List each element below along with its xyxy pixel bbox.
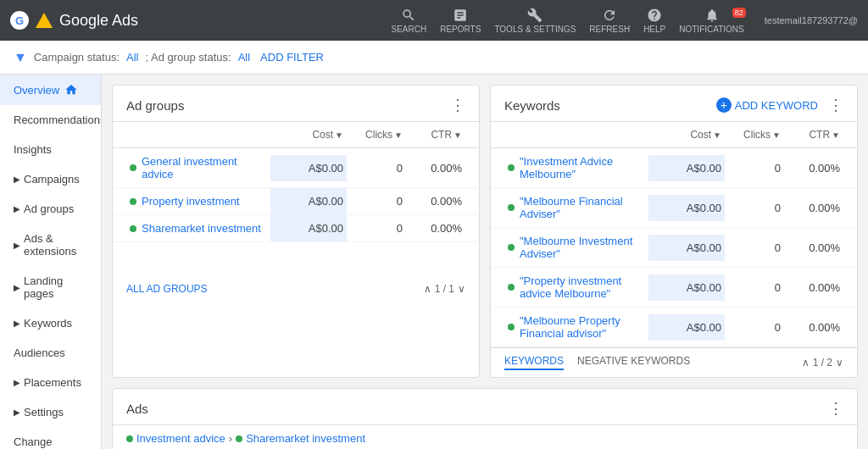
header: G Google Ads SEARCH REPORTS TOOLS & SETT… xyxy=(0,0,868,41)
overview-label: Overview xyxy=(14,84,59,97)
keywords-card: Keywords + ADD KEYWORD ⋮ Cost ▼ Clicks ▼ xyxy=(490,85,858,378)
audiences-label: Audiences xyxy=(14,346,65,359)
sidebar: Overview Recommendations Insights ▶ Camp… xyxy=(0,75,102,449)
nav-reports-label: REPORTS xyxy=(440,25,481,34)
sidebar-item-recommendations[interactable]: Recommendations xyxy=(0,105,101,135)
tab-keywords[interactable]: KEYWORDS xyxy=(504,355,564,370)
nav-search-label: SEARCH xyxy=(392,25,427,34)
prev-adgroups-button[interactable]: ∧ xyxy=(424,283,431,295)
adgroup-link-0[interactable]: General investment advice xyxy=(142,155,267,180)
breadcrumb-dot-1 xyxy=(126,435,133,442)
notification-badge: 82 xyxy=(732,8,746,18)
change-history-label: Change history xyxy=(14,435,87,449)
campaign-status-filter[interactable]: All xyxy=(126,51,138,64)
breadcrumb-sharemarket[interactable]: Sharemarket investment xyxy=(246,432,365,445)
next-keywords-button[interactable]: ∨ xyxy=(836,357,843,369)
keywords-table-header: Cost ▼ Clicks ▼ CTR ▼ xyxy=(491,122,857,148)
sidebar-item-settings[interactable]: ▶ Settings xyxy=(0,397,101,427)
nav-notifications[interactable]: 82 NOTIFICATIONS xyxy=(679,8,743,34)
nav-help-label: HELP xyxy=(643,25,665,34)
ads-more-button[interactable]: ⋮ xyxy=(828,399,843,418)
breadcrumb-investment-advice[interactable]: Investment advice xyxy=(136,432,225,445)
sidebar-item-audiences[interactable]: Audiences xyxy=(0,338,101,368)
adgroup-status-filter[interactable]: All xyxy=(238,51,250,64)
kw-clicks-1: 0 xyxy=(725,195,784,221)
filter-icon: ▼ xyxy=(14,50,27,65)
adgroup-ctr-1: 0.00% xyxy=(406,188,465,214)
kw-name-4: "Melbourne Property Financial advisor" xyxy=(504,308,648,346)
status-dot-0 xyxy=(130,164,136,171)
sidebar-item-placements[interactable]: ▶ Placements xyxy=(0,368,101,397)
campaigns-label: Campaigns xyxy=(24,173,80,186)
kw-name-0: "Investment Advice Melbourne" xyxy=(504,148,648,187)
keyword-tabs: KEYWORDS NEGATIVE KEYWORDS xyxy=(504,355,690,370)
placements-label: Placements xyxy=(24,376,81,389)
nav-search[interactable]: SEARCH xyxy=(392,8,427,34)
nav-reports[interactable]: REPORTS xyxy=(440,8,481,34)
user-account[interactable]: testemail187293772@ xyxy=(765,15,858,25)
table-row: "Melbourne Financial Adviser" A$0.00 0 0… xyxy=(491,188,857,228)
kw-link-4[interactable]: "Melbourne Property Financial advisor" xyxy=(520,314,645,340)
th-cost-keywords[interactable]: Cost ▼ xyxy=(648,122,725,147)
sort-ctr-keywords-icon: ▼ xyxy=(832,130,840,140)
th-cost-adgroups[interactable]: Cost ▼ xyxy=(270,122,347,147)
sort-ctr-adgroups-icon: ▼ xyxy=(453,130,462,140)
ads-breadcrumb: Investment advice › Sharemarket investme… xyxy=(113,425,857,449)
kw-cost-3: A$0.00 xyxy=(648,274,725,301)
add-keyword-button[interactable]: + ADD KEYWORD xyxy=(716,97,818,113)
adgroup-link-2[interactable]: Sharemarket investment xyxy=(142,222,261,235)
sidebar-item-adgroups[interactable]: ▶ Ad groups xyxy=(0,194,101,224)
google-g-icon: G xyxy=(10,11,29,30)
recommendations-label: Recommendations xyxy=(14,114,102,126)
kw-clicks-3: 0 xyxy=(725,274,784,301)
nav-tools[interactable]: TOOLS & SETTINGS xyxy=(494,8,576,34)
insights-label: Insights xyxy=(14,143,52,156)
sidebar-item-campaigns[interactable]: ▶ Campaigns xyxy=(0,164,101,194)
nav-refresh-label: REFRESH xyxy=(589,25,630,34)
kw-link-3[interactable]: "Property investment advice Melbourne" xyxy=(520,274,645,300)
ad-groups-more-button[interactable]: ⋮ xyxy=(450,96,465,114)
th-ctr-keywords[interactable]: CTR ▼ xyxy=(784,122,843,147)
prev-keywords-button[interactable]: ∧ xyxy=(802,357,810,369)
kw-link-2[interactable]: "Melbourne Investment Adviser" xyxy=(520,235,645,260)
table-row: "Property investment advice Melbourne" A… xyxy=(491,268,857,308)
sidebar-item-ads-extensions[interactable]: ▶ Ads & extensions xyxy=(0,224,101,266)
add-filter-button[interactable]: ADD FILTER xyxy=(260,51,324,64)
th-clicks-adgroups[interactable]: Clicks ▼ xyxy=(347,122,406,147)
next-adgroups-button[interactable]: ∨ xyxy=(458,283,465,295)
expand-arrow-settings: ▶ xyxy=(14,407,20,417)
ad-groups-footer: ALL AD GROUPS ∧ 1 / 1 ∨ xyxy=(113,276,479,302)
th-ctr-adgroups[interactable]: CTR ▼ xyxy=(406,122,465,147)
sidebar-item-change-history[interactable]: Change history xyxy=(0,427,101,449)
kw-link-1[interactable]: "Melbourne Financial Adviser" xyxy=(520,195,645,220)
sidebar-item-keywords[interactable]: ▶ Keywords xyxy=(0,308,101,338)
table-row: "Investment Advice Melbourne" A$0.00 0 0… xyxy=(491,148,857,188)
sidebar-item-landing-pages[interactable]: ▶ Landing pages xyxy=(0,266,101,308)
sort-cost-keywords-icon: ▼ xyxy=(713,130,721,140)
ads-title: Ads xyxy=(126,402,828,416)
filter-bar: ▼ Campaign status: All ; Ad group status… xyxy=(0,41,868,75)
adgroup-name-1: Property investment xyxy=(126,188,270,214)
tab-negative-keywords[interactable]: NEGATIVE KEYWORDS xyxy=(577,355,690,370)
ads-header: Ads ⋮ xyxy=(113,389,857,425)
nav-refresh[interactable]: REFRESH xyxy=(589,8,630,34)
expand-arrow-landing: ▶ xyxy=(14,283,20,292)
expand-arrow-placements: ▶ xyxy=(14,378,20,387)
sidebar-item-insights[interactable]: Insights xyxy=(0,135,101,164)
sidebar-item-overview[interactable]: Overview xyxy=(0,75,101,105)
adgroup-clicks-0: 0 xyxy=(347,155,406,181)
keywords-more-button[interactable]: ⋮ xyxy=(828,96,843,114)
kw-ctr-3: 0.00% xyxy=(784,274,843,301)
adgroup-link-1[interactable]: Property investment xyxy=(142,195,240,208)
settings-label: Settings xyxy=(24,406,64,419)
adgroup-cost-0: A$0.00 xyxy=(270,155,347,181)
kw-clicks-4: 0 xyxy=(725,314,784,341)
kw-link-0[interactable]: "Investment Advice Melbourne" xyxy=(520,155,645,180)
all-ad-groups-link[interactable]: ALL AD GROUPS xyxy=(126,283,208,295)
expand-arrow-keywords: ▶ xyxy=(14,319,20,328)
ads-card: Ads ⋮ Investment advice › Sharemarket in… xyxy=(112,388,858,449)
th-clicks-keywords[interactable]: Clicks ▼ xyxy=(725,122,784,147)
kw-name-1: "Melbourne Financial Adviser" xyxy=(504,188,648,227)
kw-cost-2: A$0.00 xyxy=(648,235,725,261)
nav-help[interactable]: HELP xyxy=(643,8,665,34)
